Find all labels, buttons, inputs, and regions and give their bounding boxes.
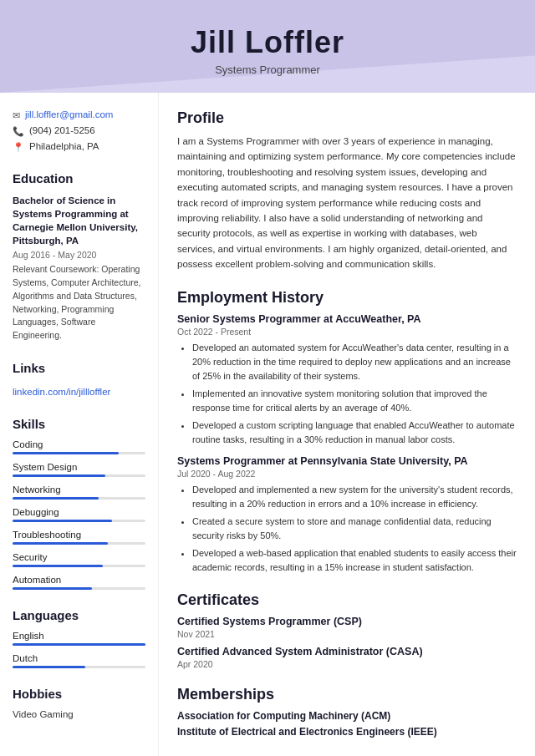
- membership-item: Institute of Electrical and Electronics …: [177, 726, 517, 738]
- membership-item: Association for Computing Machinery (ACM…: [177, 710, 517, 722]
- hobbies-list: Video Gaming: [13, 709, 145, 719]
- job-dates: Jul 2020 - Aug 2022: [177, 469, 517, 479]
- resume: Jill Loffler Systems Programmer ✉ jill.l…: [0, 0, 535, 756]
- education-title: Education: [13, 171, 145, 185]
- phone-item: 📞 (904) 201-5256: [13, 125, 145, 137]
- certificates-section: Certificates Certified Systems Programme…: [177, 591, 517, 669]
- employment-section: Employment History Senior Systems Progra…: [177, 289, 517, 576]
- skill-bar-bg: [13, 587, 145, 590]
- skill-label: System Design: [13, 462, 145, 472]
- hobbies-title: Hobbies: [13, 687, 145, 701]
- skill-label: Debugging: [13, 507, 145, 517]
- language-label: English: [13, 631, 145, 641]
- job-title: Systems Programmer at Pennsylvania State…: [177, 455, 517, 467]
- job-entry: Senior Systems Programmer at AccuWeather…: [177, 313, 517, 447]
- language-label: Dutch: [13, 653, 145, 663]
- candidate-name: Jill Loffler: [17, 25, 518, 60]
- education-section: Education Bachelor of Science in Systems…: [13, 171, 145, 342]
- education-degree: Bachelor of Science in Systems Programmi…: [13, 194, 145, 247]
- languages-list: English Dutch: [13, 631, 145, 668]
- links-title: Links: [13, 361, 145, 375]
- memberships-list: Association for Computing Machinery (ACM…: [177, 710, 517, 738]
- profile-title: Profile: [177, 109, 517, 127]
- skill-bar-bg: [13, 565, 145, 567]
- skill-bar-bg: [13, 542, 145, 545]
- cert-name: Certified Advanced System Administrator …: [177, 646, 517, 657]
- skill-item: System Design: [13, 462, 145, 477]
- job-bullet: Developed a web-based application that e…: [192, 546, 517, 575]
- certificate-entry: Certified Advanced System Administrator …: [177, 646, 517, 669]
- job-bullet: Created a secure system to store and man…: [192, 515, 517, 543]
- phone-text: (904) 201-5256: [29, 125, 95, 135]
- sidebar: ✉ jill.loffler@gmail.com 📞 (904) 201-525…: [0, 93, 159, 756]
- language-bar-fill: [13, 643, 145, 646]
- hobbies-section: Hobbies Video Gaming: [13, 687, 145, 719]
- job-bullet: Developed an automated system for AccuWe…: [192, 341, 517, 383]
- skill-item: Security: [13, 552, 145, 567]
- candidate-title: Systems Programmer: [17, 63, 518, 76]
- employment-title: Employment History: [177, 289, 517, 307]
- job-bullets: Developed and implemented a new system f…: [177, 483, 517, 575]
- skills-section: Skills Coding System Design Networking D…: [13, 417, 145, 590]
- job-bullets: Developed an automated system for AccuWe…: [177, 341, 517, 447]
- location-icon: 📍: [13, 142, 24, 153]
- skill-bar-bg: [13, 520, 145, 522]
- skill-item: Automation: [13, 575, 145, 590]
- email-item: ✉ jill.loffler@gmail.com: [13, 109, 145, 121]
- skill-label: Troubleshooting: [13, 530, 145, 540]
- skill-label: Security: [13, 552, 145, 562]
- language-item: English: [13, 631, 145, 646]
- job-entry: Systems Programmer at Pennsylvania State…: [177, 455, 517, 575]
- certificate-entry: Certified Systems Programmer (CSP) Nov 2…: [177, 616, 517, 639]
- skills-list: Coding System Design Networking Debuggin…: [13, 439, 145, 590]
- skill-bar-fill: [13, 497, 99, 500]
- employment-list: Senior Systems Programmer at AccuWeather…: [177, 313, 517, 576]
- job-bullet: Developed a custom scripting language th…: [192, 419, 517, 447]
- profile-text: I am a Systems Programmer with over 3 ye…: [177, 134, 517, 272]
- skill-bar-fill: [13, 474, 105, 477]
- profile-section: Profile I am a Systems Programmer with o…: [177, 109, 517, 272]
- skill-label: Coding: [13, 439, 145, 449]
- skill-label: Networking: [13, 485, 145, 495]
- coursework-label: Relevant Coursework:: [13, 264, 99, 274]
- language-item: Dutch: [13, 653, 145, 668]
- email-icon: ✉: [13, 110, 20, 121]
- skill-item: Debugging: [13, 507, 145, 522]
- job-dates: Oct 2022 - Present: [177, 327, 517, 337]
- languages-section: Languages English Dutch: [13, 608, 145, 668]
- education-dates: Aug 2016 - May 2020: [13, 250, 145, 260]
- linkedin-link[interactable]: linkedin.com/in/jillloffler: [13, 387, 110, 397]
- language-bar-bg: [13, 643, 145, 646]
- skill-bar-fill: [13, 587, 92, 590]
- skills-title: Skills: [13, 417, 145, 431]
- phone-icon: 📞: [13, 126, 24, 137]
- location-text: Philadelphia, PA: [29, 141, 99, 151]
- cert-date: Apr 2020: [177, 659, 517, 669]
- cert-date: Nov 2021: [177, 629, 517, 639]
- skill-bar-fill: [13, 542, 108, 545]
- skill-item: Networking: [13, 485, 145, 500]
- language-bar-fill: [13, 666, 85, 668]
- email-link[interactable]: jill.loffler@gmail.com: [25, 109, 113, 119]
- skill-bar-fill: [13, 520, 112, 522]
- skill-bar-bg: [13, 474, 145, 477]
- skill-bar-fill: [13, 452, 119, 454]
- main-content: Profile I am a Systems Programmer with o…: [159, 93, 535, 756]
- skill-label: Automation: [13, 575, 145, 585]
- body-layout: ✉ jill.loffler@gmail.com 📞 (904) 201-525…: [0, 93, 535, 756]
- contact-section: ✉ jill.loffler@gmail.com 📞 (904) 201-525…: [13, 109, 145, 153]
- skill-bar-bg: [13, 497, 145, 500]
- memberships-section: Memberships Association for Computing Ma…: [177, 686, 517, 738]
- skill-bar-bg: [13, 452, 145, 454]
- skill-bar-fill: [13, 565, 103, 567]
- languages-title: Languages: [13, 608, 145, 622]
- hobby-item: Video Gaming: [13, 709, 145, 719]
- coursework-text: Operating Systems, Computer Architecture…: [13, 264, 140, 340]
- links-section: Links linkedin.com/in/jillloffler: [13, 361, 145, 398]
- certificates-list: Certified Systems Programmer (CSP) Nov 2…: [177, 616, 517, 669]
- header: Jill Loffler Systems Programmer: [0, 0, 535, 93]
- language-bar-bg: [13, 666, 145, 668]
- certificates-title: Certificates: [177, 591, 517, 609]
- education-coursework: Relevant Coursework: Operating Systems, …: [13, 263, 145, 342]
- skill-item: Coding: [13, 439, 145, 454]
